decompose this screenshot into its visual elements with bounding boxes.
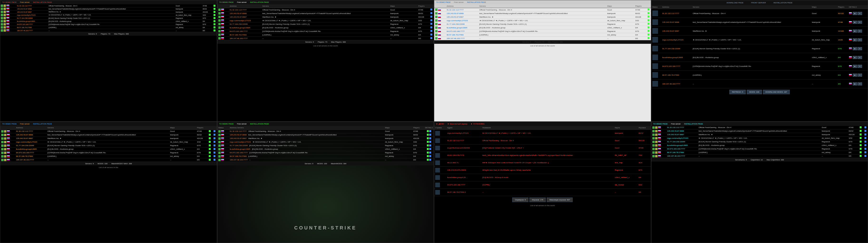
ip-cell[interactable]: 64.073.163.160:7777	[661, 62, 692, 71]
ip-cell[interactable]: fa.eufretica.group/L0005	[230, 148, 250, 150]
col-country[interactable]: Страна	[434, 126, 446, 130]
ip-cell[interactable]: 135.243.53.87:8987	[666, 133, 698, 136]
table-row[interactable]: fa.eufretica.group/L29… [EU] BLOOD - NGr…	[434, 174, 651, 181]
connect-button[interactable]: ▸	[853, 56, 857, 59]
ip-cell[interactable]: 64.073.163.160:7777	[230, 152, 248, 154]
stats-icon[interactable]	[864, 126, 866, 128]
connect-icon[interactable]	[860, 130, 862, 132]
connect-icon[interactable]	[209, 145, 211, 146]
info-button[interactable]: +	[858, 30, 862, 33]
table-row[interactable]: 135.243.53.87:8988 test_ServerNameThatIs…	[217, 133, 434, 136]
stats-icon[interactable]	[214, 134, 215, 136]
download-button[interactable]: DOWNLOAD MODS: 187	[763, 90, 790, 94]
tab-server[interactable]: Free server	[19, 122, 31, 125]
ip-cell[interactable]: 64.073.163.160:7777	[446, 30, 478, 33]
ip-cell[interactable]: csgo.community/LZ7O23	[446, 129, 481, 137]
info-button[interactable]: +	[858, 38, 862, 41]
connect-icon[interactable]	[214, 26, 215, 28]
ip-cell[interactable]: 91.77.164.230:22099	[17, 17, 48, 20]
table-row[interactable]: csgo.community/LZ7O23 ★ CEGOZONA.LT ★ | …	[0, 140, 217, 144]
ip-cell[interactable]: 189.197.48.163:7777	[229, 37, 261, 40]
table-row[interactable]: 189.197.48.163:7777 -- -- 0/0	[217, 158, 434, 161]
ip-cell[interactable]: 135.243.53.87/L28631	[446, 166, 481, 174]
connect-icon[interactable]	[860, 155, 862, 157]
connect-icon[interactable]	[209, 155, 211, 157]
servers-button[interactable]: Серверов: 9	[512, 198, 528, 202]
ip-cell[interactable]: csgo.community/LZ7O23	[15, 140, 46, 144]
stats-icon[interactable]	[864, 151, 866, 153]
table-row[interactable]: fa.eufretica.group/L0005 [EU] BLOOD - rh…	[434, 26, 651, 30]
tab-server[interactable]: Free server	[236, 1, 248, 4]
stats-icon[interactable]	[430, 19, 432, 21]
stats-icon[interactable]	[429, 148, 431, 150]
ip-cell[interactable]: fa.eufretica.group/L0005	[666, 144, 698, 147]
table-row[interactable]: 135.243.53.87:8987 WarfMore Inc. ★ teamp…	[434, 15, 651, 19]
connect-icon[interactable]	[860, 151, 862, 153]
col-players[interactable]: Players	[196, 126, 207, 130]
ip-cell[interactable]: 135.243.53.87:8988	[446, 12, 478, 15]
connect-icon[interactable]	[648, 34, 649, 35]
stats-icon[interactable]	[429, 152, 431, 153]
col-players[interactable]: Players	[837, 5, 848, 9]
connect-icon[interactable]	[427, 155, 429, 157]
connect-button[interactable]: ▸	[853, 47, 857, 50]
ip-cell[interactable]: 189.197.48.163:7777	[661, 80, 692, 88]
table-row[interactable]: csgo.community/LZ7O23 ★ CEGOZONA.LT ★ | …	[217, 19, 434, 22]
ip-cell[interactable]: fa.eufretica.group/L0005	[229, 26, 261, 30]
tab-front[interactable]: FRONT SERVER	[750, 1, 767, 4]
ip-cell[interactable]: fa.eufretica.group/L0005	[446, 26, 478, 30]
table-row[interactable]: 189.197.48.163:7777 -- -- 0/0	[217, 37, 434, 40]
footer-link[interactable]: List of all servers in the world	[434, 204, 651, 208]
connect-icon[interactable]	[648, 19, 649, 21]
col-address[interactable]: Address Servers	[229, 126, 384, 130]
tab-install[interactable]: INSTALLATION PAGE	[772, 1, 794, 4]
table-row[interactable]: 135.243.53.87:8987 WarfMore Inc. ★ teamp…	[0, 10, 217, 13]
table-row[interactable]: 64.073.163.160:7777 [12/5W]Amntd-Arsha.P…	[0, 151, 217, 154]
connect-icon[interactable]	[648, 23, 649, 25]
col-address[interactable]: Address	[229, 4, 261, 8]
table-row[interactable]: fa.eufretica.group/L0005 [EU] BLOOD - rh…	[0, 20, 217, 23]
ip-cell[interactable]: 91.77.164.230:22099	[229, 22, 261, 26]
ip-cell[interactable]: 91.77.164.230:22099	[666, 140, 698, 144]
ip-cell[interactable]: csgo.community/LZ7O23	[446, 19, 478, 22]
col-players[interactable]: Players	[417, 4, 429, 8]
connect-icon[interactable]	[648, 16, 649, 18]
ip-cell[interactable]: 189.197.48.163:7777	[230, 159, 248, 161]
tab-install[interactable]: INSTALLATION PAGE	[32, 1, 54, 4]
table-row[interactable]: 86.57.186.78:27960-3 -- -- 0/0	[434, 188, 651, 196]
table-row[interactable]: 64.073.163.160:7777 [12/5W]Amntd-Arsha.P…	[217, 30, 434, 33]
stats-icon[interactable]	[430, 30, 432, 32]
connect-icon[interactable]	[214, 8, 215, 10]
ip-cell[interactable]: 91.32.132.112:7777	[661, 9, 692, 18]
ip-cell[interactable]: 86.57.186.78:27960	[230, 155, 247, 157]
tab-demo[interactable]: TO DEMO PAGE	[1, 1, 18, 4]
table-row[interactable]: 91.32.132.112:7777 Official FreshGaming …	[651, 9, 868, 18]
col-map[interactable]: Maps	[389, 4, 417, 8]
info-button[interactable]: +	[858, 82, 862, 86]
table-row[interactable]: 91.77.164.230:22099 [EUUK] Morvin Gaming…	[0, 17, 217, 20]
ip-cell[interactable]: fa.eufretica.group/L0005	[17, 20, 48, 23]
stats-icon[interactable]	[430, 23, 432, 25]
table-row[interactable]: 86.57.186.78:27960 (LASRWL) md_abbey 0/4	[0, 26, 217, 29]
table-row[interactable]: 91.32.132.112:7777 Official FreshGaming …	[0, 129, 217, 133]
col-name[interactable]: Название	[481, 126, 614, 130]
table-row[interactable]: 64.073.163.160:7777 [12/5W]Amntd-Arsha.P…	[651, 147, 868, 151]
info-button[interactable]: +	[858, 12, 862, 15]
ip-cell[interactable]: 135.243.53.87:8987	[230, 137, 247, 140]
table-row[interactable]: csgo.community/LZ7O23 ★ CEGOZONA.LT ★ | …	[0, 13, 217, 17]
ip-cell[interactable]: 135.243.53.87:8987	[229, 15, 261, 19]
ip-cell[interactable]: fa.eufretica.group/L29…	[446, 174, 481, 181]
ip-cell[interactable]: csgo.community/LZ7O23	[661, 35, 692, 44]
ip-cell[interactable]: 189.197.48.163:7777	[17, 29, 48, 32]
ip-cell[interactable]: 64.073.163.160:7777	[229, 30, 261, 33]
table-row[interactable]: csgo.community/LZ7O23 ★ CEGOZONA.LT ★ | …	[651, 136, 868, 140]
table-row[interactable]: 91.32.132.112:7777 Official FreshGaming …	[0, 4, 217, 7]
table-row[interactable]: 135.243.53.87/L28631 ★Nightmare blan) ★ …	[434, 166, 651, 174]
tab-install[interactable]: INSTALLATION PAGE	[249, 122, 270, 125]
table-row[interactable]: 135.243.53.87:8988 test_ServerNameThatIs…	[0, 7, 217, 10]
info-button[interactable]: +	[858, 21, 862, 24]
table-row[interactable]: 86.57.186.78:27960 (LASRWL) md_abbey 0/4	[434, 33, 651, 37]
tab-demo[interactable]: TO DEMO PAGE	[218, 122, 235, 125]
players-button[interactable]: Игроков: 179	[529, 198, 546, 202]
ip-cell[interactable]: 91.32.132.112:7777	[666, 126, 698, 129]
